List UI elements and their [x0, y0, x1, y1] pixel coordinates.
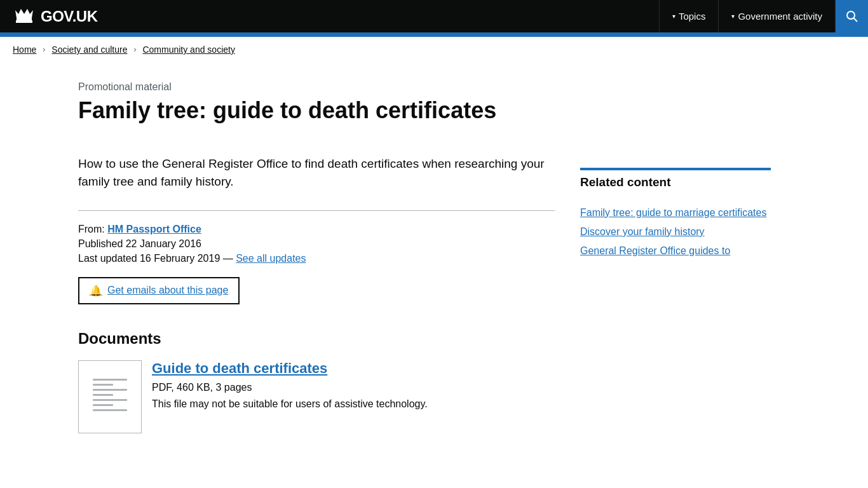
metadata-updated-row: Last updated 16 February 2019 — See all … [78, 253, 555, 264]
related-link-item-1: Family tree: guide to marriage certifica… [580, 207, 771, 219]
svg-point-1 [847, 11, 855, 19]
email-button-label: Get emails about this page [107, 285, 228, 296]
breadcrumb: Home › Society and culture › Community a… [0, 37, 868, 62]
doc-line-4 [93, 394, 113, 396]
document-info: Guide to death certificates PDF, 460 KB,… [152, 360, 555, 410]
related-link-item-2: Discover your family history [580, 226, 771, 238]
bell-icon: 🔔 [90, 285, 102, 297]
site-header: GOV.UK ▾ Topics ▾ Government activity [0, 0, 868, 32]
related-link-marriage[interactable]: Family tree: guide to marriage certifica… [580, 207, 766, 218]
published-label: Published [78, 238, 126, 249]
gov-uk-text: GOV.UK [41, 8, 97, 25]
related-content-title: Related content [580, 168, 771, 197]
page-title: Family tree: guide to death certificates [78, 98, 790, 123]
gov-uk-logo[interactable]: GOV.UK [0, 0, 659, 32]
page-header-section: Promotional material Family tree: guide … [65, 62, 803, 155]
documents-section-title: Documents [78, 330, 555, 348]
svg-rect-0 [16, 20, 32, 23]
crown-icon [13, 5, 36, 27]
related-link-gro[interactable]: General Register Office guides to [580, 245, 730, 256]
chevron-right-icon-1: › [43, 45, 45, 54]
chevron-right-icon-2: › [133, 45, 136, 54]
document-title-link[interactable]: Guide to death certificates [152, 360, 555, 377]
content-divider [78, 210, 555, 211]
doc-line-2 [93, 384, 113, 386]
metadata-section: From: HM Passport Office Published 22 Ja… [78, 224, 555, 264]
svg-line-2 [853, 18, 857, 22]
header-nav: ▾ Topics ▾ Government activity [659, 0, 868, 32]
breadcrumb-home-link[interactable]: Home [13, 44, 36, 55]
search-button[interactable] [836, 0, 868, 32]
email-alerts-button[interactable]: 🔔 Get emails about this page [78, 277, 240, 304]
government-activity-label: Government activity [738, 11, 822, 22]
government-activity-nav-button[interactable]: ▾ Government activity [719, 0, 836, 32]
breadcrumb-list: Home › Society and culture › Community a… [13, 44, 855, 55]
doc-line-5 [93, 399, 127, 401]
related-link-item-3: General Register Office guides to [580, 245, 771, 257]
doc-line-6 [93, 404, 113, 406]
breadcrumb-community: Community and society [142, 44, 235, 55]
related-link-family-history[interactable]: Discover your family history [580, 226, 705, 237]
breadcrumb-community-link[interactable]: Community and society [142, 44, 235, 55]
doc-line-3 [93, 389, 127, 391]
topics-label: Topics [679, 11, 706, 22]
doc-line-7 [93, 409, 127, 411]
last-updated-date: 16 February 2019 [140, 253, 220, 264]
documents-section: Documents Guide to death certificates [78, 330, 555, 433]
metadata-published-row: Published 22 January 2016 [78, 238, 555, 250]
breadcrumb-home: Home [13, 44, 36, 55]
blue-accent-bar [0, 32, 868, 37]
document-preview [88, 374, 132, 419]
update-separator: — [223, 253, 236, 264]
document-thumbnail [78, 360, 142, 433]
topics-nav-button[interactable]: ▾ Topics [660, 0, 719, 32]
document-meta: PDF, 460 KB, 3 pages [152, 382, 555, 393]
published-date: 22 January 2016 [126, 238, 201, 249]
metadata-from-row: From: HM Passport Office [78, 224, 555, 235]
breadcrumb-society: Society and culture [51, 44, 127, 55]
breadcrumb-separator-2: › [130, 45, 140, 54]
main-container: How to use the General Register Office t… [65, 155, 803, 459]
last-updated-label: Last updated [78, 253, 140, 264]
sidebar: Related content Family tree: guide to ma… [580, 155, 771, 459]
related-links-list: Family tree: guide to marriage certifica… [580, 207, 771, 257]
topics-chevron-icon: ▾ [672, 13, 675, 20]
document-item: Guide to death certificates PDF, 460 KB,… [78, 360, 555, 433]
see-all-updates-link[interactable]: See all updates [236, 253, 306, 264]
related-content-section: Related content Family tree: guide to ma… [580, 168, 771, 257]
content-area: How to use the General Register Office t… [78, 155, 580, 459]
content-type-label: Promotional material [78, 81, 790, 93]
gov-activity-chevron-icon: ▾ [731, 13, 735, 20]
doc-line-1 [93, 379, 127, 381]
from-org-link[interactable]: HM Passport Office [107, 224, 201, 234]
breadcrumb-separator-1: › [39, 45, 49, 54]
page-description: How to use the General Register Office t… [78, 155, 555, 191]
from-label: From: [78, 224, 105, 234]
document-note: This file may not be suitable for users … [152, 398, 555, 410]
breadcrumb-society-link[interactable]: Society and culture [51, 44, 127, 55]
